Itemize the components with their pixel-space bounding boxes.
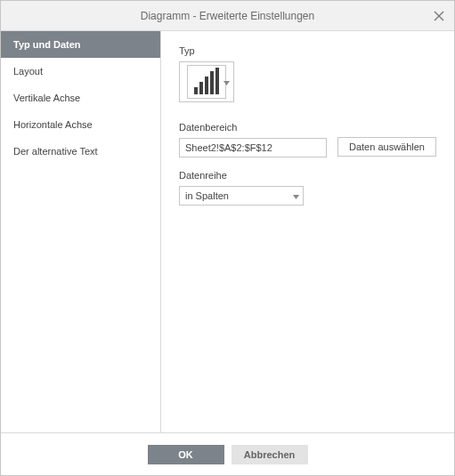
dialog-header: Diagramm - Erweiterte Einstellungen	[1, 1, 454, 31]
sidebar-item-label: Typ und Daten	[13, 39, 81, 50]
data-series-select[interactable]	[179, 186, 304, 206]
data-series-value[interactable]	[179, 186, 304, 206]
close-icon[interactable]	[433, 10, 445, 22]
dialog-title: Diagramm - Erweiterte Einstellungen	[141, 10, 314, 22]
sidebar-item-label: Der alternative Text	[13, 146, 98, 157]
data-range-input[interactable]	[179, 138, 327, 157]
main-panel: Typ Datenbereich	[161, 31, 454, 432]
data-series-label: Datenreihe	[179, 170, 436, 181]
dialog-footer: OK Abbrechen	[1, 432, 454, 475]
sidebar-item-label: Horizontale Achse	[13, 119, 93, 130]
sidebar-item-label: Vertikale Achse	[13, 93, 80, 103]
sidebar: Typ und Daten Layout Vertikale Achse Hor…	[1, 31, 161, 432]
ok-button[interactable]: OK	[148, 445, 224, 464]
button-label: OK	[178, 449, 193, 460]
cancel-button[interactable]: Abbrechen	[232, 445, 308, 464]
svg-marker-2	[223, 81, 230, 85]
button-label: Abbrechen	[244, 449, 295, 460]
chart-type-select[interactable]	[179, 61, 234, 102]
data-range-label: Datenbereich	[179, 122, 327, 133]
select-data-button[interactable]: Daten auswählen	[337, 137, 436, 157]
type-label: Typ	[179, 45, 436, 56]
column-chart-icon	[187, 65, 226, 99]
sidebar-item-vertical-axis[interactable]: Vertikale Achse	[1, 85, 160, 111]
sidebar-item-layout[interactable]: Layout	[1, 58, 160, 85]
chevron-down-icon	[223, 77, 230, 87]
sidebar-item-label: Layout	[13, 66, 43, 77]
sidebar-item-horizontal-axis[interactable]: Horizontale Achse	[1, 111, 160, 138]
button-label: Daten auswählen	[349, 141, 425, 152]
sidebar-item-alt-text[interactable]: Der alternative Text	[1, 138, 160, 165]
sidebar-item-type-and-data[interactable]: Typ und Daten	[1, 31, 160, 58]
dialog-body: Typ und Daten Layout Vertikale Achse Hor…	[1, 31, 454, 432]
dialog-chart-advanced: Diagramm - Erweiterte Einstellungen Typ …	[0, 0, 455, 476]
